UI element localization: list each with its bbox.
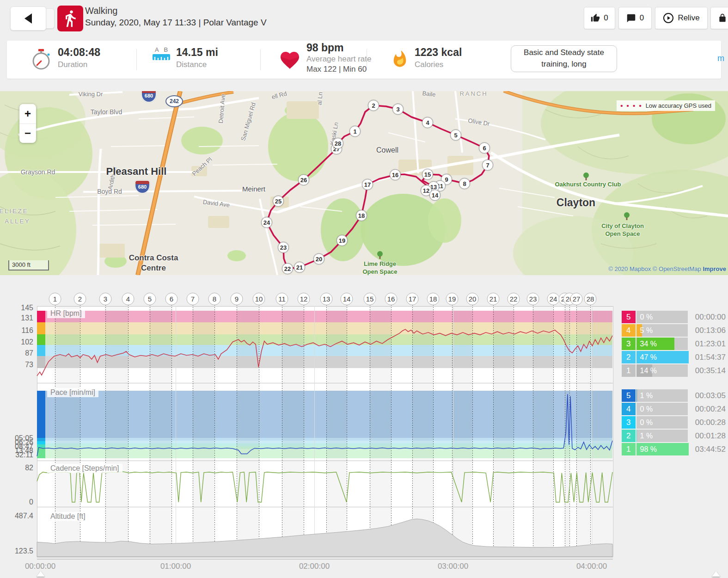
- play-circle-icon: [663, 12, 674, 24]
- lap-column-stripe: [533, 306, 553, 557]
- hr-ytick: 131: [0, 314, 33, 322]
- exercise-subtitle: Sunday, 2020, May 17 11:33 | Polar Vanta…: [85, 18, 267, 28]
- zone-time: 00:13:06: [695, 324, 726, 337]
- comments-button[interactable]: 0: [618, 7, 652, 29]
- route-map[interactable]: + − • • • • Low accuracy GPS used 3000 f…: [0, 91, 728, 275]
- summary-bar: 04:08:48 Duration A B 14.15 mi Distance …: [7, 41, 721, 79]
- lap-line-28: [590, 305, 591, 557]
- route-waypoint-6: 6: [479, 142, 490, 154]
- more-link[interactable]: m: [717, 54, 724, 63]
- divider: [260, 49, 261, 70]
- privacy-button[interactable]: P: [710, 7, 728, 29]
- zone-bar: 34 %: [636, 338, 688, 350]
- zone-bar: 1 %: [636, 389, 688, 402]
- pace-strip-z1: [37, 448, 45, 458]
- zone-time: 00:35:14: [695, 364, 726, 377]
- lap-line-23: [533, 305, 533, 557]
- zone-row-3: 334 %01:23:01: [622, 338, 726, 350]
- previous-exercise-button[interactable]: [10, 6, 46, 31]
- stopwatch-icon: [30, 48, 52, 71]
- route-waypoint-8: 8: [459, 178, 470, 189]
- lap-column-stripe: [370, 306, 391, 557]
- route-waypoint-26: 26: [298, 174, 309, 185]
- heart-rate-range: Max 122 | Min 60: [306, 65, 367, 74]
- lap-marker-28: 28: [584, 293, 597, 305]
- range-end-handle[interactable]: [712, 571, 720, 577]
- lap-marker-14: 14: [341, 293, 353, 305]
- time-axis-label: 04:00:00: [576, 562, 607, 571]
- zone-chip: 2: [622, 430, 636, 442]
- like-button[interactable]: 0: [584, 7, 615, 29]
- time-axis-label: 01:00:00: [160, 562, 191, 571]
- relive-button[interactable]: Relive: [655, 7, 708, 29]
- zone-percent: 34 %: [640, 338, 657, 350]
- lap-line-19: [452, 305, 453, 557]
- route-waypoint-15: 15: [422, 169, 433, 180]
- altitude-ytick: 123.5: [0, 547, 33, 555]
- hr-strip-z2: [37, 345, 45, 356]
- hr-strip-z5: [37, 311, 45, 322]
- lap-column-stripe: [452, 306, 472, 557]
- lap-line-9: [237, 305, 237, 557]
- lap-line-13: [326, 305, 327, 557]
- lap-line-4: [128, 305, 128, 557]
- route-waypoint-4: 4: [422, 117, 433, 128]
- zoom-out-button[interactable]: −: [19, 124, 36, 143]
- osm-link[interactable]: © OpenStreetMap: [653, 265, 701, 272]
- lap-line-25: [565, 305, 565, 557]
- route-waypoint-18: 18: [356, 210, 367, 221]
- relive-label: Relive: [678, 13, 699, 23]
- zone-bar-fill: [636, 430, 637, 442]
- zone-percent: 5 %: [640, 324, 653, 337]
- flame-icon: [391, 47, 409, 71]
- mapbox-link[interactable]: © 2020 Mapbox: [608, 265, 651, 272]
- zone-row-1: 114 %00:35:14: [622, 364, 726, 377]
- time-axis-label: 02:00:00: [299, 562, 330, 571]
- lap-marker-13: 13: [320, 293, 333, 305]
- analysis-charts[interactable]: 1234567891011121314151617181920212223242…: [0, 284, 728, 578]
- altitude-chart-label: Altitude [ft]: [47, 512, 89, 521]
- heart-rate-label: Average heart rate: [306, 55, 372, 64]
- divider: [136, 49, 137, 70]
- lap-marker-9: 9: [231, 293, 243, 305]
- like-count: 0: [604, 13, 608, 23]
- lap-column-stripe: [326, 306, 347, 557]
- lap-line-21: [493, 305, 494, 557]
- zone-time: 00:00:28: [695, 416, 726, 429]
- lap-marker-16: 16: [385, 293, 398, 305]
- lap-marker-27: 27: [570, 293, 583, 305]
- lap-column-stripe: [576, 306, 590, 557]
- lap-line-26: [569, 305, 570, 557]
- zone-time: 00:00:00: [695, 311, 726, 323]
- ruler-icon: [153, 53, 170, 61]
- lap-marker-1: 1: [49, 293, 61, 305]
- map-zoom-control: + −: [19, 104, 36, 143]
- zoom-in-button[interactable]: +: [19, 104, 36, 124]
- zone-bar: 47 %: [636, 351, 688, 363]
- thumbs-up-icon: [591, 13, 600, 23]
- zone-percent: 98 %: [640, 443, 657, 455]
- pace-ytick: 32:11: [0, 451, 33, 459]
- route-waypoint-5: 5: [450, 129, 461, 141]
- improve-map-link[interactable]: Improve: [703, 265, 726, 272]
- distance-label: Distance: [176, 60, 207, 69]
- zone-bar: 1 %: [636, 430, 688, 442]
- calories-label: Calories: [415, 60, 443, 69]
- gps-accuracy-legend: • • • • Low accuracy GPS used: [617, 100, 715, 111]
- lap-marker-20: 20: [466, 293, 479, 305]
- distance-value: 14.15 mi: [176, 46, 218, 59]
- lap-marker-19: 19: [446, 293, 459, 305]
- lap-line-8: [214, 305, 215, 557]
- zone-percent: 1 %: [640, 430, 653, 442]
- hr-ytick: 87: [0, 349, 33, 357]
- lap-marker-24: 24: [547, 293, 560, 305]
- zone-row-3: 30 %00:00:28: [622, 416, 726, 429]
- lap-line-17: [412, 305, 413, 557]
- route-waypoint-28: 28: [332, 138, 343, 149]
- lap-marker-11: 11: [276, 293, 288, 305]
- lap-column-stripe: [412, 306, 433, 557]
- route-waypoint-20: 20: [313, 253, 324, 264]
- lap-line-18: [433, 305, 434, 557]
- hr-strip-z4: [37, 322, 45, 334]
- range-start-handle[interactable]: [37, 571, 45, 577]
